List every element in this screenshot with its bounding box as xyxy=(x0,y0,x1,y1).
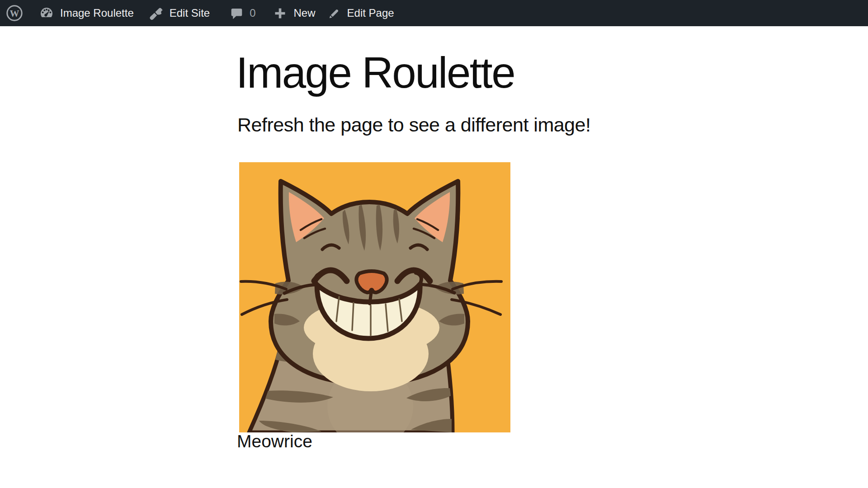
cat-image xyxy=(239,162,510,432)
edit-page-menu[interactable]: Edit Page xyxy=(327,6,394,20)
smiling-cat-illustration xyxy=(239,162,510,432)
wp-admin-bar: W Image Roulette Edit Site xyxy=(0,0,868,26)
edit-site-menu[interactable]: Edit Site xyxy=(148,5,210,21)
wordpress-menu-button[interactable]: W xyxy=(5,4,24,22)
image-caption: Meowrice xyxy=(237,431,312,452)
paintbrush-icon xyxy=(148,5,164,21)
pencil-icon xyxy=(327,6,341,20)
site-name-menu[interactable]: Image Roulette xyxy=(39,5,134,21)
comment-count: 0 xyxy=(250,7,255,19)
wordpress-logo-icon: W xyxy=(5,4,24,22)
site-name-label: Image Roulette xyxy=(60,7,134,19)
page-title: Image Roulette xyxy=(236,49,514,97)
edit-site-label: Edit Site xyxy=(170,7,210,19)
edit-page-label: Edit Page xyxy=(347,7,394,19)
comments-menu[interactable]: 0 xyxy=(230,6,255,20)
new-content-menu[interactable]: New xyxy=(272,5,316,21)
dashboard-gauge-icon xyxy=(39,5,54,21)
comment-bubble-icon xyxy=(230,6,244,20)
new-label: New xyxy=(294,7,316,19)
svg-text:W: W xyxy=(10,8,19,19)
page-subtitle: Refresh the page to see a different imag… xyxy=(237,113,590,137)
plus-icon xyxy=(272,5,288,21)
